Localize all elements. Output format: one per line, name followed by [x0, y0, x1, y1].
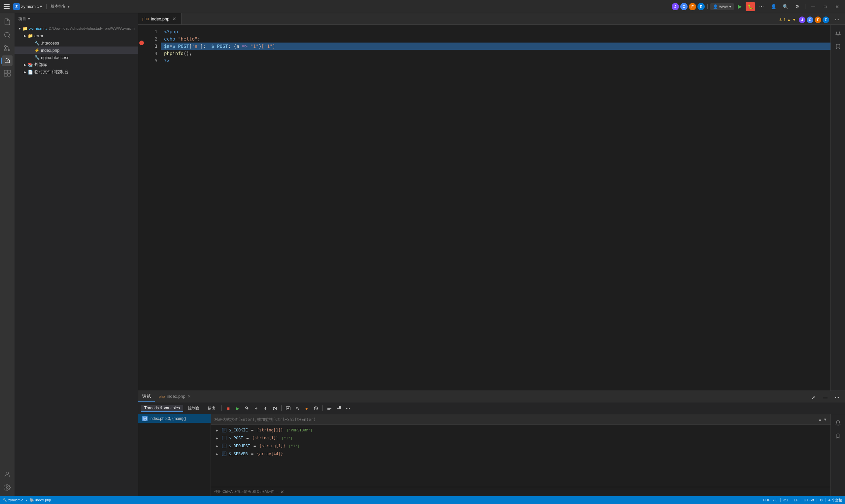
app-menu-icon[interactable] [3, 3, 11, 11]
search-title-button[interactable]: 🔍 [780, 2, 791, 11]
var-item-request[interactable]: ▶ $_REQUEST = {str [211, 442, 830, 450]
debug-button[interactable]: 🐛 [746, 2, 755, 11]
close-button[interactable]: ✕ [832, 2, 842, 11]
notifications-button[interactable] [832, 28, 844, 39]
version-control-group[interactable]: 版本控制 ▾ [51, 4, 70, 9]
tab-chrome-icon[interactable]: C [807, 17, 813, 23]
profile-button[interactable]: 👤 www ▾ [710, 3, 734, 10]
panel-more-button[interactable]: ⋯ [832, 393, 842, 402]
var-item-server[interactable]: ▶ $_SERVER = {arra [211, 450, 830, 458]
activity-explorer[interactable] [1, 16, 13, 28]
tree-item-htaccess[interactable]: 🔧 .htaccess [15, 39, 138, 47]
debug-tab-close-icon[interactable]: ✕ [188, 394, 191, 399]
debug-settings-button[interactable]: ⋯ [344, 404, 352, 412]
minimize-button[interactable]: — [808, 2, 818, 11]
editor-more-button[interactable]: ⋯ [832, 15, 842, 24]
eval-scroll-down[interactable]: ▼ [823, 417, 827, 422]
resume-button[interactable]: ▶ [234, 404, 242, 412]
status-cursor-pos[interactable]: 3:1 [783, 498, 788, 502]
bookmark-button[interactable] [832, 40, 844, 52]
step-over-button[interactable] [243, 404, 251, 412]
activity-debug[interactable] [2, 55, 13, 66]
tree-item-zymicmic[interactable]: ▼ 📁 zymicmic D:\Downloads\phpstudy\phpst… [15, 25, 138, 32]
warning-nav-up[interactable]: ▲ [787, 17, 791, 22]
activity-extensions[interactable] [1, 67, 13, 79]
profile-name-label: www [719, 4, 728, 9]
user-icon-button[interactable]: 👤 [768, 2, 779, 11]
status-php-version[interactable]: PHP: 7.3 [763, 498, 777, 502]
run-button[interactable]: ▶ [735, 2, 744, 11]
eval-input-field[interactable] [214, 417, 818, 422]
expand-panel-button[interactable]: ⤢ [808, 393, 818, 402]
vars-settings-button[interactable] [335, 404, 342, 412]
var-chevron-request[interactable]: ▶ [215, 444, 219, 448]
run-to-cursor-button[interactable] [271, 404, 279, 412]
tab-edge-icon[interactable]: E [823, 17, 829, 23]
bookmark-vars-button[interactable] [832, 430, 844, 442]
project-dropdown[interactable]: ▾ [28, 17, 30, 21]
bp-slot-3 [138, 39, 145, 47]
status-indent[interactable]: 4 个空格 [828, 498, 842, 503]
code-editor[interactable]: <?php echo "hello"; $a=$_POST['a']; $_PO… [161, 25, 830, 391]
debug-tab-indexphp[interactable]: php index.php ✕ [155, 391, 195, 402]
frames-settings-button[interactable] [325, 404, 333, 412]
edge-icon[interactable]: E [698, 3, 705, 10]
warning-nav-down[interactable]: ▼ [792, 17, 796, 22]
activity-settings[interactable] [1, 482, 13, 493]
debug-tab-main[interactable]: 调试 [138, 391, 155, 402]
status-file[interactable]: 🐘 index.php [30, 498, 51, 502]
breakpoints-button[interactable]: ● [303, 404, 311, 412]
var-item-cookie[interactable]: ▶ $_COOKIE = {stri [211, 426, 830, 434]
tree-item-error[interactable]: ▶ 📁 error [15, 32, 138, 39]
app-name-dropdown[interactable]: ▾ [40, 4, 42, 9]
jetbrains-icon[interactable]: J [672, 3, 679, 10]
var-chevron-server[interactable]: ▶ [215, 452, 219, 456]
tree-item-nginx[interactable]: 🔧 nginx.htaccess [15, 54, 138, 61]
activity-search[interactable] [1, 29, 13, 41]
var-item-post[interactable]: ▶ $_POST = {string [211, 434, 830, 442]
tree-item-external[interactable]: ▶ 📚 外部库 [15, 61, 138, 68]
tab-close-icon[interactable]: ✕ [171, 16, 177, 22]
status-line-ending[interactable]: LF [794, 498, 798, 502]
thread-item-main[interactable]: index.php:3, {main}() [138, 414, 211, 423]
status-project[interactable]: 🔧 zymicmic [3, 498, 23, 502]
version-control-dropdown[interactable]: ▾ [68, 4, 70, 9]
side-panel: 项目 ▾ ▼ 📁 zymicmic D:\Downloads\phpstudy\… [15, 13, 138, 496]
collapse-panel-button[interactable]: — [820, 393, 830, 402]
tree-item-temp[interactable]: ▶ 📄 临时文件和控制台 [15, 68, 138, 75]
output-tab[interactable]: 输出 [204, 404, 219, 412]
step-out-button[interactable] [261, 404, 269, 412]
app-name-group[interactable]: Z zymicmic ▾ [13, 3, 42, 10]
eval-scroll-up[interactable]: ▲ [818, 417, 822, 422]
var-chevron-post[interactable]: ▶ [215, 436, 219, 440]
step-into-button[interactable] [252, 404, 260, 412]
maximize-button[interactable]: □ [820, 2, 830, 11]
edit-watches-button[interactable]: ✎ [294, 404, 301, 412]
var-name-cookie: $_COOKIE [229, 428, 248, 432]
var-chevron-cookie[interactable]: ▶ [215, 428, 219, 432]
hint-close-icon[interactable]: ✕ [280, 489, 284, 494]
tab-firefox-icon[interactable]: F [815, 17, 821, 23]
mute-breakpoints-button[interactable] [312, 404, 320, 412]
console-tab[interactable]: 控制台 [184, 404, 203, 412]
tab-indexphp[interactable]: php index.php ✕ [138, 13, 181, 24]
status-encoding[interactable]: UTF-8 [804, 498, 814, 502]
chrome-icon[interactable]: C [680, 3, 688, 10]
activity-git[interactable] [1, 42, 13, 54]
firefox-icon[interactable]: F [689, 3, 696, 10]
activity-account[interactable] [1, 468, 13, 480]
notification-bell-button[interactable] [832, 417, 844, 429]
settings-title-button[interactable]: ⚙ [792, 2, 803, 11]
breakpoint-indicator[interactable] [139, 40, 144, 45]
status-settings-icon[interactable]: ⚙ [820, 498, 823, 502]
tree-item-indexphp[interactable]: ⚡ index.php [15, 47, 138, 54]
more-menu-button[interactable]: ⋯ [756, 2, 767, 11]
code-token-val2: ["1"] [261, 42, 275, 50]
stop-debug-button[interactable]: ■ [225, 404, 232, 412]
evaluate-button[interactable] [284, 404, 292, 412]
tab-jb-icon[interactable]: J [799, 17, 805, 23]
bottom-panel: 调试 php index.php ✕ ⤢ — ⋯ Threads & Varia… [138, 391, 845, 496]
threads-vars-tab[interactable]: Threads & Variables [141, 405, 183, 412]
title-divider3 [805, 4, 805, 9]
bp-slot-5 [138, 54, 145, 61]
